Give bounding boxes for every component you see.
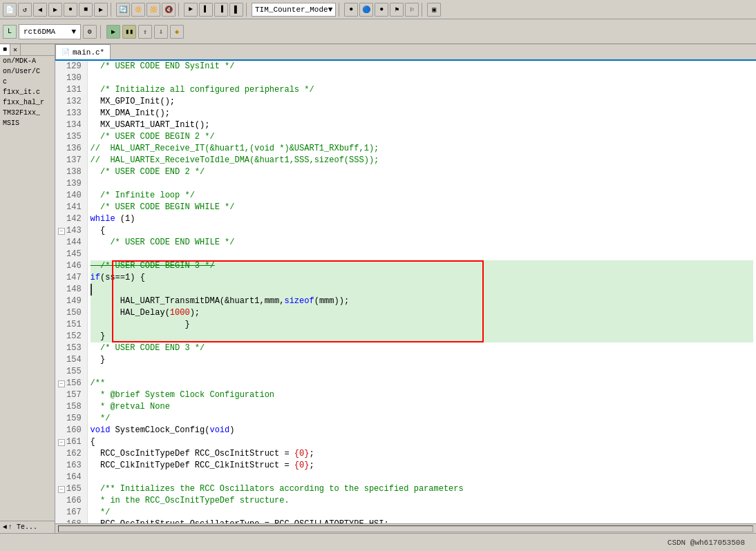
- toolbar-btn-2[interactable]: ↺: [18, 3, 32, 17]
- code-line-131[interactable]: /* Initialize all configured peripherals…: [91, 84, 753, 96]
- code-line-163[interactable]: RCC_ClkInitTypeDef RCC_ClkInitStruct = {…: [91, 460, 753, 472]
- pause-btn[interactable]: ▮▮: [122, 25, 136, 39]
- code-line-133[interactable]: MX_DMA_Init();: [91, 108, 753, 119]
- code-line-130[interactable]: [91, 72, 753, 84]
- sidebar-item-2[interactable]: on/User/C: [0, 66, 55, 77]
- toolbar-btn-9[interactable]: 🔅: [131, 3, 145, 17]
- code-line-148[interactable]: [91, 284, 753, 296]
- toolbar-btn-16[interactable]: ●: [344, 3, 358, 17]
- code-line-165[interactable]: /** Initializes the RCC Oscillators acco…: [91, 483, 753, 495]
- toolbar-btn-3[interactable]: ◀: [33, 3, 47, 17]
- toolbar-btn-17[interactable]: 🔵: [359, 3, 373, 17]
- bottom-scrollbar[interactable]: [55, 523, 756, 533]
- code-line-129[interactable]: /* USER CODE END SysInit */: [91, 61, 753, 72]
- code-line-154[interactable]: }: [91, 354, 753, 366]
- sidebar-scroll-left[interactable]: ◄: [3, 523, 7, 531]
- code-line-151[interactable]: }: [91, 319, 753, 331]
- toolbar-btn-19[interactable]: ⚑: [390, 3, 404, 17]
- line-number-141: 141: [58, 202, 84, 213]
- code-lines[interactable]: /* USER CODE END SysInit */ /* Initializ…: [88, 61, 756, 523]
- code-line-160[interactable]: void SystemClock_Config(void): [91, 425, 753, 436]
- line-number-156: −156: [58, 378, 84, 389]
- code-line-139[interactable]: [91, 178, 753, 190]
- sidebar-item-5[interactable]: f1xx_hal_r: [0, 97, 55, 108]
- code-line-141[interactable]: /* USER CODE BEGIN WHILE */: [91, 202, 753, 213]
- settings-btn[interactable]: ⚙: [83, 25, 97, 39]
- code-line-135[interactable]: /* USER CODE BEGIN 2 */: [91, 131, 753, 143]
- code-line-134[interactable]: MX_USART1_UART_Init();: [91, 119, 753, 131]
- secondary-toolbar: L rct6DMA ▼ ⚙ ▶ ▮▮ ⇧ ⇩ ◆: [0, 19, 756, 44]
- toolbar-btn-15[interactable]: ▋: [229, 3, 243, 17]
- sidebar-item-7[interactable]: MSIS: [0, 118, 55, 128]
- code-line-153[interactable]: /* USER CODE END 3 */: [91, 342, 753, 354]
- line-number-151: 151: [58, 319, 84, 331]
- code-line-144[interactable]: /* USER CODE END WHILE */: [91, 237, 753, 249]
- toolbar-btn-21[interactable]: ▣: [427, 3, 441, 17]
- code-line-146[interactable]: /* USER CODE BEGIN 3 */: [91, 260, 753, 272]
- toolbar-btn-18[interactable]: ●: [375, 3, 388, 17]
- toolbar-btn-12[interactable]: ►: [184, 3, 198, 17]
- code-line-142[interactable]: while (1): [91, 213, 753, 225]
- arrow-down-btn[interactable]: ⇩: [154, 25, 168, 39]
- code-line-162[interactable]: RCC_OscInitTypeDef RCC_OscInitStruct = {…: [91, 448, 753, 460]
- code-line-156[interactable]: /**: [91, 378, 753, 389]
- line-number-149: 149: [58, 296, 84, 307]
- code-editor[interactable]: 1291301311321331341351361371381391401411…: [55, 61, 756, 523]
- line-number-153: 153: [58, 342, 84, 354]
- sidebar-tab-pin[interactable]: ■: [0, 44, 10, 55]
- line-number-162: 162: [58, 448, 84, 460]
- code-line-149[interactable]: HAL_UART_TransmitDMA(&huart1,mmm,sizeof(…: [91, 296, 753, 307]
- code-line-136[interactable]: // HAL_UART_Receive_IT(&huart1,(void *)&…: [91, 143, 753, 155]
- code-line-140[interactable]: /* Infinite loop */: [91, 190, 753, 202]
- fold-btn-161[interactable]: −: [58, 439, 65, 446]
- arrow-up-btn[interactable]: ⇧: [138, 25, 152, 39]
- code-line-132[interactable]: MX_GPIO_Init();: [91, 96, 753, 108]
- sidebar-tab-close[interactable]: ✕: [10, 44, 21, 55]
- code-line-138[interactable]: /* USER CODE END 2 */: [91, 166, 753, 178]
- code-line-168[interactable]: RCC_OscInitStruct.OscillatorType = RCC_O…: [91, 519, 753, 523]
- sidebar-item-3[interactable]: c: [0, 77, 55, 87]
- sidebar-item-6[interactable]: TM32F1xx_: [0, 108, 55, 118]
- file-tab-main[interactable]: 📄 main.c*: [55, 44, 111, 59]
- line-number-161: −161: [58, 436, 84, 448]
- line-number-138: 138: [58, 166, 84, 178]
- toolbar-btn-10[interactable]: 🔆: [147, 3, 160, 17]
- code-line-167[interactable]: */: [91, 507, 753, 519]
- line-number-163: 163: [58, 460, 84, 472]
- run-btn[interactable]: ▶: [106, 25, 120, 39]
- code-line-137[interactable]: // HAL_UARTEx_ReceiveToIdle_DMA(&huart1,…: [91, 155, 753, 166]
- code-line-157[interactable]: * @brief System Clock Configuration: [91, 389, 753, 401]
- counter-mode-dropdown[interactable]: TIM_Counter_Mode ▼: [252, 3, 336, 17]
- code-line-161[interactable]: {: [91, 436, 753, 448]
- toolbar-btn-14[interactable]: ▐: [214, 3, 228, 17]
- sidebar-item-1[interactable]: on/MDK-A: [0, 56, 55, 66]
- code-line-155[interactable]: [91, 366, 753, 378]
- code-line-166[interactable]: * in the RCC_OscInitTypeDef structure.: [91, 495, 753, 507]
- code-line-152[interactable]: }: [91, 331, 753, 342]
- toolbar-btn-13[interactable]: ▌: [199, 3, 213, 17]
- toolbar-btn-4[interactable]: ▶: [48, 3, 62, 17]
- toolbar-btn-7[interactable]: ▶: [94, 3, 108, 17]
- sidebar-item-4[interactable]: f1xx_it.c: [0, 87, 55, 97]
- diamond-btn[interactable]: ◆: [170, 25, 184, 39]
- fold-btn-165[interactable]: −: [58, 486, 65, 493]
- toolbar-btn-6[interactable]: ■: [79, 3, 93, 17]
- code-line-164[interactable]: [91, 472, 753, 483]
- fold-btn-143[interactable]: −: [58, 228, 65, 235]
- project-name-label[interactable]: rct6DMA ▼: [19, 24, 81, 39]
- toolbar-btn-1[interactable]: 📄: [3, 3, 17, 17]
- code-line-143[interactable]: {: [91, 225, 753, 237]
- code-line-145[interactable]: [91, 249, 753, 260]
- toolbar-btn-8[interactable]: 🔄: [116, 3, 130, 17]
- fold-btn-156[interactable]: −: [58, 380, 65, 387]
- line-number-133: 133: [58, 108, 84, 119]
- file-tab-label: main.c*: [73, 48, 104, 57]
- toolbar-btn-20[interactable]: ⚐: [405, 3, 419, 17]
- code-line-158[interactable]: * @retval None: [91, 401, 753, 413]
- code-line-159[interactable]: */: [91, 413, 753, 425]
- line-number-150: 150: [58, 307, 84, 319]
- code-line-147[interactable]: if(ss==1) {: [91, 272, 753, 284]
- toolbar-btn-11[interactable]: 🔇: [162, 3, 176, 17]
- code-line-150[interactable]: HAL_Delay(1000);: [91, 307, 753, 319]
- toolbar-btn-5[interactable]: ●: [64, 3, 77, 17]
